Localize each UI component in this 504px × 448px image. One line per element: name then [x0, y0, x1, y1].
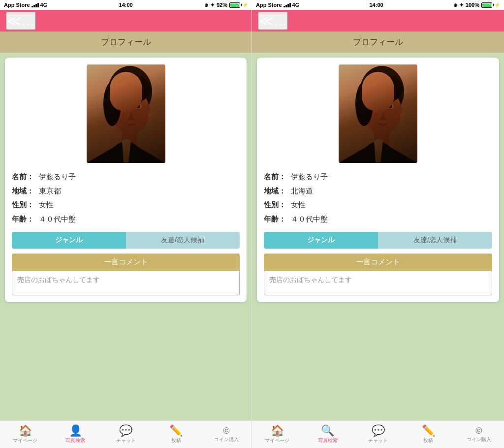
right-comment-title: 一言コメント: [356, 257, 400, 266]
svg-point-22: [375, 105, 377, 107]
right-chat-label: チャット: [368, 437, 388, 444]
left-profile-header: プロフィール: [0, 32, 252, 53]
right-genre-tab[interactable]: ジャンル: [264, 232, 378, 249]
right-battery-pct: 100%: [466, 2, 479, 8]
right-mypage-icon: 🏠: [271, 425, 284, 436]
right-carrier: App Store: [256, 2, 282, 8]
left-profile-photo: [87, 64, 165, 163]
status-bar-right: App Store 4G 14:00 ⊕ ✦ 100% ⚡: [252, 0, 504, 10]
svg-point-24: [387, 104, 392, 108]
svg-point-1: [108, 66, 152, 117]
svg-point-18: [355, 82, 373, 126]
svg-point-26: [400, 113, 404, 117]
left-name-field: 名前： 伊藤るり子: [12, 170, 240, 184]
left-region-label: 地域：: [12, 184, 39, 198]
right-profile-card: 名前： 伊藤るり子 地域： 北海道 性別： 女性 年齢： ４０代中盤: [257, 58, 499, 302]
right-profile-title: プロフィール: [353, 37, 403, 47]
left-comment-header: 一言コメント: [12, 254, 240, 271]
left-profile-card: 名前： 伊藤るり子 地域： 東京都 性別： 女性 年齢： ４０代中盤: [5, 58, 247, 302]
right-gender-label: 性別：: [264, 198, 291, 212]
left-nav-bar: ≪…: [0, 10, 252, 32]
left-genre-label: ジャンル: [55, 236, 83, 244]
right-nav-bar: ≪…: [252, 10, 504, 32]
right-time: 14:00: [369, 2, 383, 8]
left-comment-text: 売店のおばちゃんしてます: [17, 276, 100, 284]
svg-point-12: [148, 113, 152, 117]
svg-rect-2: [122, 128, 137, 148]
right-comment-header: 一言コメント: [264, 254, 492, 271]
svg-point-13: [148, 117, 151, 120]
right-post-icon: ✏️: [422, 425, 435, 436]
right-name-label: 名前：: [264, 170, 291, 184]
right-tab-photosearch[interactable]: 🔍 写真検索: [302, 423, 352, 446]
svg-point-25: [389, 105, 391, 107]
phones-container: ≪… プロフィール: [0, 10, 504, 448]
left-photo-svg: [87, 64, 165, 163]
bar1: [32, 6, 33, 7]
left-post-label: 投稿: [171, 437, 181, 444]
right-location-icon: ⊕: [453, 2, 457, 8]
left-gender-label: 性別：: [12, 198, 39, 212]
left-mypage-label: マイページ: [13, 437, 37, 444]
location-icon: ⊕: [204, 2, 208, 8]
left-carrier: App Store: [4, 2, 30, 8]
right-back-button[interactable]: ≪…: [258, 12, 288, 30]
left-age-field: 年齢： ４０代中盤: [12, 212, 240, 226]
left-genre-tabs: ジャンル 友達/恋人候補: [12, 232, 240, 249]
bar4: [37, 3, 39, 7]
left-tab-chat[interactable]: 💬 チャット: [100, 423, 151, 446]
left-signal-bars: [32, 2, 39, 7]
left-tab-photosearch[interactable]: 👤 写真検索: [50, 423, 100, 446]
left-content-area: 名前： 伊藤るり子 地域： 東京都 性別： 女性 年齢： ４０代中盤: [0, 53, 252, 420]
right-name-field: 名前： 伊藤るり子: [264, 170, 492, 184]
left-profile-title: プロフィール: [101, 37, 151, 47]
left-photo-container: [12, 64, 240, 163]
left-tab-coins[interactable]: © コイン購入: [201, 424, 252, 445]
left-region-field: 地域： 東京都: [12, 184, 240, 198]
right-tab-coins[interactable]: © コイン購入: [454, 424, 504, 445]
right-network: 4G: [292, 2, 300, 8]
right-photosearch-label: 写真検索: [318, 437, 338, 444]
right-comment-body: 売店のおばちゃんしてます: [264, 271, 492, 295]
right-friendship-tab[interactable]: 友達/恋人候補: [378, 232, 492, 249]
left-gender-value: 女性: [39, 198, 54, 212]
svg-point-3: [112, 89, 150, 134]
left-tab-post[interactable]: ✏️ 投稿: [151, 423, 201, 446]
left-name-value: 伊藤るり子: [39, 170, 76, 184]
right-genre-label: ジャンル: [307, 236, 335, 244]
right-tab-mypage[interactable]: 🏠 マイページ: [252, 423, 302, 446]
left-battery: [229, 2, 240, 8]
left-friendship-tab[interactable]: 友達/恋人候補: [126, 232, 240, 249]
rbar2: [285, 5, 287, 7]
bar3: [35, 4, 37, 7]
right-region-label: 地域：: [264, 184, 291, 198]
bar2: [33, 5, 35, 7]
svg-point-9: [134, 104, 142, 109]
right-battery-fill: [482, 3, 491, 7]
right-name-value: 伊藤るり子: [291, 170, 328, 184]
phone-right: ≪… プロフィール: [252, 10, 504, 448]
right-region-value: 北海道: [291, 184, 313, 198]
svg-point-7: [122, 104, 126, 108]
left-age-value: ４０代中盤: [39, 212, 76, 226]
right-tab-post[interactable]: ✏️ 投稿: [403, 423, 453, 446]
left-photosearch-icon: 👤: [69, 425, 82, 436]
left-coins-label: コイン購入: [214, 436, 239, 443]
left-back-arrow-icon: ≪…: [7, 13, 35, 29]
left-tab-mypage[interactable]: 🏠 マイページ: [0, 423, 50, 446]
left-region-value: 東京都: [39, 184, 61, 198]
left-time: 14:00: [119, 2, 133, 8]
svg-point-5: [109, 74, 151, 104]
left-chat-icon: 💬: [119, 425, 132, 436]
left-back-button[interactable]: ≪…: [6, 12, 36, 30]
right-tab-chat[interactable]: 💬 チャット: [353, 423, 403, 446]
svg-point-21: [374, 104, 378, 108]
status-bar-left: App Store 4G 14:00 ⊕ ✦ 92% ⚡: [0, 0, 252, 10]
right-comment-text: 売店のおばちゃんしてます: [269, 276, 352, 284]
svg-point-27: [400, 117, 403, 120]
right-post-label: 投稿: [423, 437, 433, 444]
bluetooth-icon: ✦: [210, 2, 215, 8]
svg-point-11: [137, 105, 139, 107]
left-genre-tab[interactable]: ジャンル: [12, 232, 126, 249]
left-network: 4G: [40, 2, 48, 8]
